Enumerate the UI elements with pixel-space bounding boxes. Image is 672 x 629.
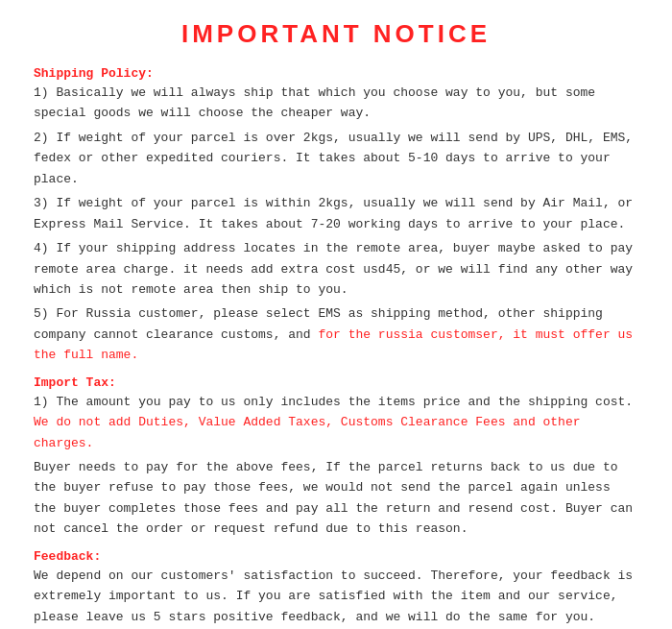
shipping-item-2: 2) If weight of your parcel is over 2kgs… (34, 128, 638, 189)
shipping-item-5: 5) For Russia customer, please select EM… (34, 303, 638, 365)
feedback-heading: Feedback: (34, 549, 638, 564)
import-tax-item2: Buyer needs to pay for the above fees, I… (34, 457, 638, 540)
feedback-section: Feedback: We depend on our customers' sa… (34, 549, 638, 627)
import-tax-heading: Import Tax: (34, 375, 638, 390)
feedback-text: We depend on our customers' satisfaction… (34, 566, 638, 627)
shipping-policy-heading: Shipping Policy: (34, 66, 638, 81)
import-tax-item1-red: We do not add Duties, Value Added Taxes,… (34, 415, 581, 449)
shipping-item-3: 3) If weight of your parcel is within 2k… (34, 193, 638, 234)
shipping-item-4: 4) If your shipping address locates in t… (34, 238, 638, 300)
import-tax-section: Import Tax: 1) The amount you pay to us … (34, 375, 638, 540)
import-tax-item1-before: 1) The amount you pay to us only include… (34, 395, 633, 409)
page-container: IMPORTANT NOTICE Shipping Policy: 1) Bas… (0, 0, 672, 629)
import-tax-item1: 1) The amount you pay to us only include… (34, 392, 638, 453)
page-title: IMPORTANT NOTICE (34, 19, 638, 49)
shipping-item-1: 1) Basically we will always ship that wh… (34, 83, 638, 124)
shipping-policy-section: Shipping Policy: 1) Basically we will al… (34, 66, 638, 366)
